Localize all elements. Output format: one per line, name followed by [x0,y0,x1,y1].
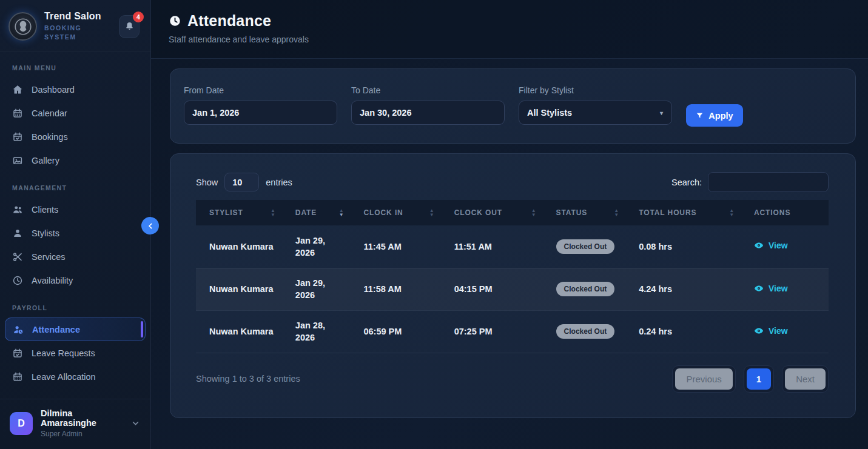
view-button[interactable]: View [754,284,788,293]
to-date-input[interactable]: Jan 30, 2026 [351,101,505,125]
attendance-table: STYLIST▲▼ DATE▲▼ CLOCK IN▲▼ CLOCK OUT▲▼ … [196,200,829,353]
stylist-cell: Nuwan Kumara [196,225,282,268]
bell-icon [124,21,135,32]
previous-frame: Previous [672,365,735,393]
sidebar-item-label: Clients [32,205,58,215]
table-row: Nuwan Kumara Jan 29, 2026 11:58 AM 04:15… [196,268,829,310]
chevron-down-icon [130,418,141,428]
from-date-input[interactable]: Jan 1, 2026 [184,101,337,125]
next-frame: Next [782,365,829,393]
previous-page-button[interactable]: Previous [675,368,732,390]
eye-icon [754,284,764,293]
apply-button-label: Apply [708,111,733,121]
entries-label: entries [266,178,292,187]
section-label-main-menu: MAIN MENU [0,64,150,72]
sidebar-item-leave-allocation[interactable]: Leave Allocation [5,365,146,388]
sidebar-item-label: Services [32,252,66,262]
page-size-group: Show 10 entries [196,173,292,191]
stylist-filter-label: Filter by Stylist [519,85,672,95]
image-icon [12,155,23,166]
user-name: Dilmina Amarasinghe [41,408,123,428]
user-menu[interactable]: D Dilmina Amarasinghe Super Admin [0,399,150,449]
total-hours-cell: 4.24 hrs [625,268,741,310]
page-1-button[interactable]: 1 [747,368,771,390]
sidebar-collapse-button[interactable] [141,217,159,234]
clock-out-cell: 07:25 PM [441,310,543,353]
view-button[interactable]: View [754,326,788,336]
next-page-button[interactable]: Next [785,368,826,390]
sort-icon: ▲▼ [339,208,345,217]
sidebar-item-calendar[interactable]: Calendar [5,101,146,125]
total-hours-cell: 0.24 hrs [625,310,741,353]
page-header: Attendance Staff attendance and leave ap… [151,0,868,59]
stylist-select[interactable]: All Stylists ▾ [519,101,672,125]
user-meta: Dilmina Amarasinghe Super Admin [41,408,123,438]
clock-out-cell: 11:51 AM [441,225,543,268]
search-group: Search: [671,172,829,192]
sidebar-item-stylists[interactable]: Stylists [5,221,146,245]
sidebar-item-attendance[interactable]: Attendance [5,318,146,341]
page-size-select[interactable]: 10 [224,173,259,191]
clock-in-cell: 11:45 AM [350,225,440,268]
sidebar-item-label: Attendance [32,325,80,334]
attendance-table-card: Show 10 entries Search: STYLIST▲▼ [170,153,856,418]
column-header-stylist[interactable]: STYLIST▲▼ [196,200,282,225]
clock-out-cell: 04:15 PM [441,268,543,310]
filter-funnel-icon [696,111,704,119]
column-header-date[interactable]: DATE▲▼ [282,200,351,225]
filter-card: From Date Jan 1, 2026 To Date Jan 30, 20… [170,68,856,144]
sidebar-item-leave-requests[interactable]: Leave Requests [5,341,146,365]
table-row: Nuwan Kumara Jan 29, 2026 11:45 AM 11:51… [196,225,829,268]
date-cell: Jan 29, 2026 [282,268,351,310]
sidebar: Trend Salon BOOKING SYSTEM 4 MAIN MENU D… [0,0,151,449]
from-date-field-group: From Date Jan 1, 2026 [184,85,337,143]
sidebar-item-label: Bookings [32,132,68,142]
sidebar-item-label: Dashboard [32,85,75,95]
chevron-left-icon [146,221,155,231]
status-cell: Clocked Out [543,310,626,353]
main-content: Attendance Staff attendance and leave ap… [151,0,868,449]
column-header-clock-in[interactable]: CLOCK IN▲▼ [350,200,440,225]
status-badge: Clocked Out [556,282,615,296]
scissors-icon [12,251,23,262]
clock-in-cell: 11:58 AM [350,268,440,310]
apply-button[interactable]: Apply [686,104,743,127]
stylist-cell: Nuwan Kumara [196,268,282,310]
calendar-icon [12,108,23,119]
view-button[interactable]: View [754,241,788,250]
stylist-filter-group: Filter by Stylist All Stylists ▾ [519,85,672,143]
clock-in-cell: 06:59 PM [350,310,440,353]
user-clock-icon [13,324,24,335]
pagination: Previous 1 Next [672,365,829,393]
date-cell: Jan 28, 2026 [282,310,351,353]
calendar-icon [12,371,23,382]
sidebar-item-dashboard[interactable]: Dashboard [5,78,146,101]
column-header-total-hours[interactable]: TOTAL HOURS▲▼ [625,200,741,225]
sidebar-item-clients[interactable]: Clients [5,198,146,221]
sidebar-item-label: Leave Requests [32,348,95,358]
brand-text: Trend Salon BOOKING SYSTEM [44,11,112,42]
column-header-clock-out[interactable]: CLOCK OUT▲▼ [441,200,543,225]
search-input[interactable] [708,172,829,192]
date-cell: Jan 29, 2026 [282,225,351,268]
actions-cell: View [741,310,829,353]
page-subtitle: Staff attendance and leave approvals [169,35,868,44]
eye-icon [754,241,764,250]
brand: Trend Salon BOOKING SYSTEM 4 [0,0,150,52]
total-hours-cell: 0.08 hrs [625,225,741,268]
sidebar-item-gallery[interactable]: Gallery [5,148,146,172]
active-indicator [141,321,143,338]
column-header-status[interactable]: STATUS▲▼ [543,200,626,225]
section-label-management: MANAGEMENT [0,184,150,191]
to-date-field-group: To Date Jan 30, 2026 [351,85,505,143]
sidebar-item-bookings[interactable]: Bookings [5,125,146,148]
calendar-check-icon [12,348,23,359]
stylist-cell: Nuwan Kumara [196,310,282,353]
avatar: D [10,412,33,435]
notifications-button[interactable]: 4 [119,15,140,38]
sort-icon: ▲▼ [531,208,537,217]
sidebar-item-availability[interactable]: Availability [5,268,146,292]
sidebar-item-services[interactable]: Services [5,245,146,268]
page-title: Attendance [187,12,271,30]
clock-icon [169,15,181,27]
